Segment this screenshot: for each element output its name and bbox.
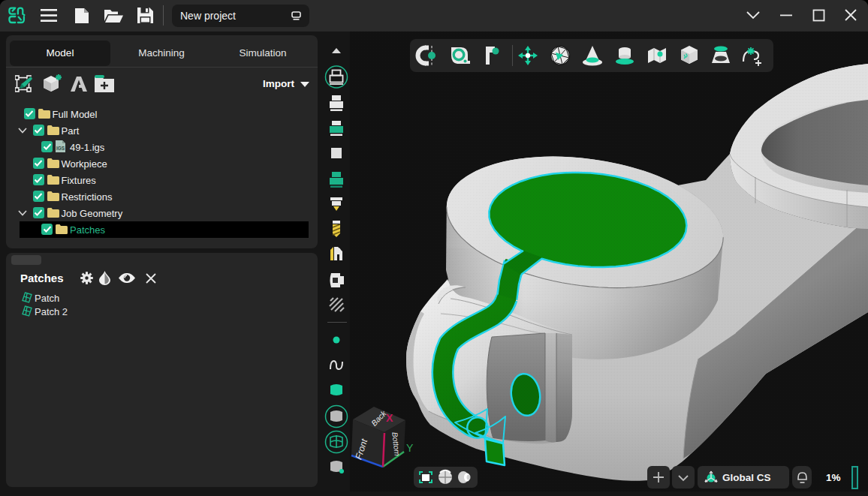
svg-text:Y: Y xyxy=(406,442,414,454)
svg-text:IGS: IGS xyxy=(56,146,65,151)
svg-text:X: X xyxy=(386,412,393,424)
